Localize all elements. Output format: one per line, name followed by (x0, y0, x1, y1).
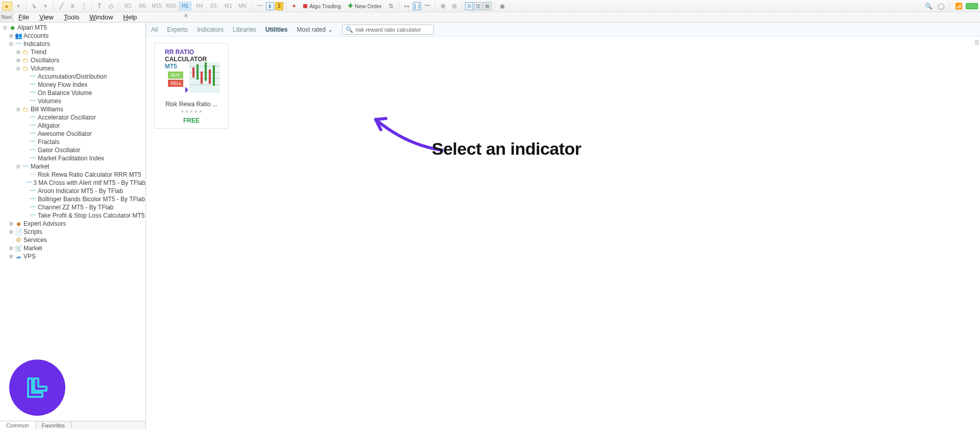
menu-help[interactable]: Help (118, 13, 142, 21)
tree-item[interactable]: 〰Risk Rewa Ratio Calculator RRR MT5 (0, 171, 145, 179)
tree-billwilliams[interactable]: ⊟🗀Bill Williams (0, 105, 145, 113)
menu-tools[interactable]: Tools (59, 13, 84, 21)
close-panel-icon[interactable]: × (183, 12, 191, 22)
tree-accounts[interactable]: ⊞👥Accounts (0, 32, 145, 40)
tree-item[interactable]: 〰On Balance Volume (0, 89, 145, 97)
tree-services[interactable]: ⚙Services (0, 236, 145, 244)
navigator-tab[interactable]: Navi (0, 12, 13, 22)
svg-text:BUY: BUY (171, 73, 181, 78)
tree-item[interactable]: 〰Accumulation/Distribution (0, 73, 145, 81)
indicator-icon: 〰 (29, 147, 37, 154)
algo-trading-button[interactable]: Algo Trading (300, 3, 344, 9)
tree-item[interactable]: 〰Channel ZZ MT5 - By TFlab (0, 203, 145, 211)
tf-h4[interactable]: H4 (193, 2, 206, 11)
cloud-icon: ☁ (14, 253, 22, 260)
separator (252, 2, 252, 11)
gear-icon: ⚙ (14, 236, 22, 244)
chart-dollar-icon[interactable]: $ (275, 2, 283, 10)
search-icon[interactable]: 🔍 (923, 2, 934, 11)
filter-indicators[interactable]: Indicators (197, 26, 224, 33)
tf-m30[interactable]: M30 (164, 2, 178, 11)
menubar: File Edit View Tools Window Help (13, 12, 142, 22)
tile-icon[interactable]: ⊞ (465, 2, 473, 10)
equidistant-tool[interactable]: ≡ (67, 2, 78, 11)
trendline-tool[interactable]: ╱ (56, 2, 66, 11)
new-order-button[interactable]: ✚ New Order (345, 3, 385, 9)
scrollbar[interactable] (975, 40, 979, 45)
depth-icon[interactable]: 〜 (422, 2, 432, 11)
tree-scripts[interactable]: ⊞📄Scripts (0, 228, 145, 236)
tree-item[interactable]: 〰Money Flow Index (0, 81, 145, 89)
cursor-tool[interactable]: ↳ (29, 2, 39, 11)
indicators-icon[interactable]: ✦ (289, 2, 299, 11)
chart-line-icon[interactable]: 〰 (255, 2, 265, 11)
svg-text:CALCULATOR: CALCULATOR (165, 56, 207, 63)
tree-indicators[interactable]: ⊟〰Indicators (0, 40, 145, 48)
tree-trend[interactable]: ⊞🗀Trend (0, 48, 145, 56)
tf-m5[interactable]: M5 (136, 2, 149, 11)
play-button[interactable]: ▸ (2, 2, 12, 11)
indicator-icon: 〰 (29, 73, 37, 80)
search-input[interactable] (355, 27, 430, 33)
connection-icon[interactable]: 📶 (953, 2, 964, 11)
tf-h1[interactable]: H1 (179, 2, 192, 11)
product-card[interactable]: RR RATIO CALCULATOR MT5 BUY SELL Risk Re… (154, 43, 229, 129)
tf-mn[interactable]: MN (236, 2, 249, 11)
tree-oscillators[interactable]: ⊞🗀Oscillators (0, 56, 145, 64)
tree-item[interactable]: 〰Fractals (0, 138, 145, 146)
filter-experts[interactable]: Experts (167, 26, 188, 33)
text-tool[interactable]: T (94, 2, 105, 11)
tree-item[interactable]: 〰Alligator (0, 122, 145, 130)
tree-item[interactable]: 〰Aroon Indicator MT5 - By TFlab (0, 187, 145, 195)
tree-volumes[interactable]: ⊟🗀Volumes (0, 64, 145, 73)
logo-icon (22, 372, 53, 403)
separator (435, 2, 435, 11)
zoom-in-icon[interactable]: ⊕ (438, 2, 448, 11)
camera-icon[interactable]: ◉ (497, 2, 507, 11)
objects-tool[interactable]: ◇ (106, 2, 116, 11)
tree-market[interactable]: ⊟〰Market (0, 162, 145, 171)
chart-candle-icon[interactable]: ▮ (266, 2, 274, 10)
filter-all[interactable]: All (151, 26, 158, 33)
terminal-icon: ◆ (8, 24, 16, 31)
svg-rect-15 (205, 62, 207, 81)
tree-item[interactable]: 〰Market Facilitation Index (0, 154, 145, 162)
tree-vps[interactable]: ⊞☁VPS (0, 252, 145, 260)
tree-item[interactable]: 〰3 MA Cross with Alert mtf MT5 - By TFla… (0, 179, 145, 187)
signal-icon[interactable]: ⇅ (386, 2, 396, 11)
market-search[interactable]: 🔍 (342, 25, 434, 35)
autoscroll-icon[interactable]: ↦ (402, 2, 412, 11)
tab-common[interactable]: Common (0, 421, 36, 429)
tree-expert-advisors[interactable]: ⊞◆Expert Advisors (0, 220, 145, 228)
tf-m15[interactable]: M15 (150, 2, 163, 11)
market-content: All Experts Indicators Libraries Utiliti… (146, 22, 980, 429)
shift-icon[interactable]: ❙❙ (413, 2, 421, 10)
menu-view[interactable]: View (34, 13, 59, 21)
grid1-icon[interactable]: ▥ (474, 2, 482, 10)
tf-w1[interactable]: W1 (222, 2, 235, 11)
sort-dropdown[interactable]: Most rated ⌄ (297, 26, 333, 33)
tree-item[interactable]: 〰Accelerator Oscillator (0, 113, 145, 122)
grid2-icon[interactable]: ▦ (483, 2, 492, 10)
tf-m1[interactable]: M1 (121, 2, 135, 11)
crosshair-tool[interactable]: + (40, 2, 51, 11)
product-rating: ★★★★★ (155, 109, 228, 114)
menu-window[interactable]: Window (84, 13, 118, 21)
tab-favorites[interactable]: Favorites (36, 421, 71, 429)
tf-d1[interactable]: D1 (207, 2, 220, 11)
tree-item[interactable]: 〰Take Profit & Stop Loss Calculator MT5 (0, 211, 145, 220)
zoom-out-icon[interactable]: ⊖ (449, 2, 459, 11)
tree-item[interactable]: 〰Volumes (0, 97, 145, 105)
tree-market2[interactable]: ⊞🛒Market (0, 244, 145, 252)
tree-item[interactable]: 〰Awesome Oscillator (0, 130, 145, 138)
navigator-tree: ⊟◆Alpari MT5 ⊞👥Accounts ⊟〰Indicators ⊞🗀T… (0, 22, 145, 261)
filter-utilities[interactable]: Utilities (265, 26, 287, 33)
profile-icon[interactable]: ◯ (936, 2, 946, 11)
filter-libraries[interactable]: Libraries (233, 26, 256, 33)
tree-root[interactable]: ⊟◆Alpari MT5 (0, 23, 145, 32)
menu-file[interactable]: File (13, 13, 34, 21)
add-button[interactable]: + (13, 2, 23, 11)
tree-item[interactable]: 〰Gator Oscillator (0, 146, 145, 154)
fibo-tool[interactable]: ⋮ (79, 2, 89, 11)
tree-item[interactable]: 〰Bollinger Bands Bicolor MT5 - By TFlab (0, 195, 145, 203)
